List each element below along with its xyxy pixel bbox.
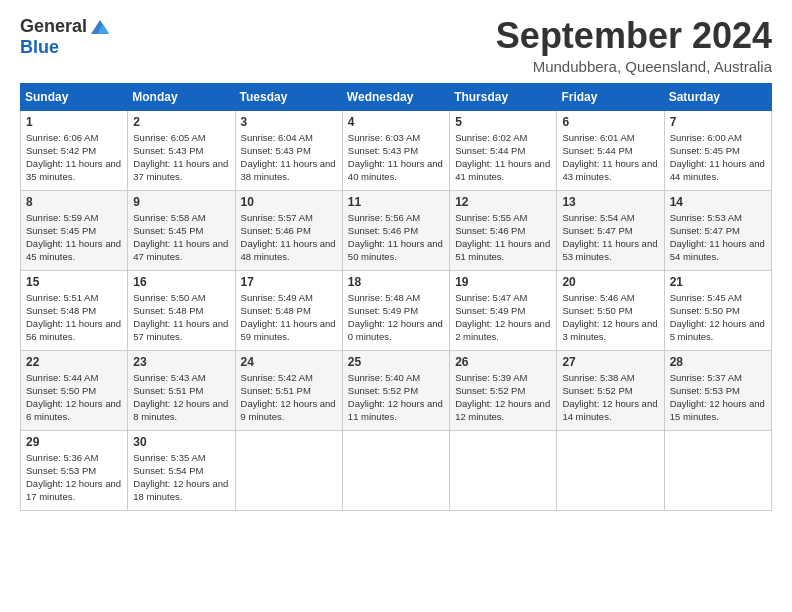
empty-cell xyxy=(235,430,342,510)
day-cell: 25Sunrise: 5:40 AMSunset: 5:52 PMDayligh… xyxy=(342,350,449,430)
day-cell: 1Sunrise: 6:06 AMSunset: 5:42 PMDaylight… xyxy=(21,110,128,190)
day-number: 16 xyxy=(133,275,229,289)
day-cell: 4Sunrise: 6:03 AMSunset: 5:43 PMDaylight… xyxy=(342,110,449,190)
day-number: 25 xyxy=(348,355,444,369)
day-cell: 22Sunrise: 5:44 AMSunset: 5:50 PMDayligh… xyxy=(21,350,128,430)
weekday-header-wednesday: Wednesday xyxy=(342,83,449,110)
day-cell: 7Sunrise: 6:00 AMSunset: 5:45 PMDaylight… xyxy=(664,110,771,190)
day-cell: 8Sunrise: 5:59 AMSunset: 5:45 PMDaylight… xyxy=(21,190,128,270)
day-cell: 12Sunrise: 5:55 AMSunset: 5:46 PMDayligh… xyxy=(450,190,557,270)
title-area: September 2024 Mundubbera, Queensland, A… xyxy=(496,16,772,75)
calendar-week-row: 29Sunrise: 5:36 AMSunset: 5:53 PMDayligh… xyxy=(21,430,772,510)
empty-cell xyxy=(557,430,664,510)
logo-general: General xyxy=(20,17,87,37)
day-cell: 17Sunrise: 5:49 AMSunset: 5:48 PMDayligh… xyxy=(235,270,342,350)
day-number: 23 xyxy=(133,355,229,369)
day-cell: 24Sunrise: 5:42 AMSunset: 5:51 PMDayligh… xyxy=(235,350,342,430)
day-number: 7 xyxy=(670,115,766,129)
day-cell: 18Sunrise: 5:48 AMSunset: 5:49 PMDayligh… xyxy=(342,270,449,350)
day-cell: 15Sunrise: 5:51 AMSunset: 5:48 PMDayligh… xyxy=(21,270,128,350)
day-info: Sunrise: 5:48 AMSunset: 5:49 PMDaylight:… xyxy=(348,292,443,343)
day-info: Sunrise: 5:58 AMSunset: 5:45 PMDaylight:… xyxy=(133,212,228,263)
day-number: 22 xyxy=(26,355,122,369)
day-cell: 11Sunrise: 5:56 AMSunset: 5:46 PMDayligh… xyxy=(342,190,449,270)
day-info: Sunrise: 5:57 AMSunset: 5:46 PMDaylight:… xyxy=(241,212,336,263)
day-number: 12 xyxy=(455,195,551,209)
day-info: Sunrise: 5:39 AMSunset: 5:52 PMDaylight:… xyxy=(455,372,550,423)
month-title: September 2024 xyxy=(496,16,772,56)
day-cell: 28Sunrise: 5:37 AMSunset: 5:53 PMDayligh… xyxy=(664,350,771,430)
day-info: Sunrise: 6:05 AMSunset: 5:43 PMDaylight:… xyxy=(133,132,228,183)
day-cell: 27Sunrise: 5:38 AMSunset: 5:52 PMDayligh… xyxy=(557,350,664,430)
day-cell: 16Sunrise: 5:50 AMSunset: 5:48 PMDayligh… xyxy=(128,270,235,350)
calendar-table: SundayMondayTuesdayWednesdayThursdayFrid… xyxy=(20,83,772,511)
day-cell: 26Sunrise: 5:39 AMSunset: 5:52 PMDayligh… xyxy=(450,350,557,430)
weekday-header-saturday: Saturday xyxy=(664,83,771,110)
day-number: 4 xyxy=(348,115,444,129)
day-cell: 29Sunrise: 5:36 AMSunset: 5:53 PMDayligh… xyxy=(21,430,128,510)
day-info: Sunrise: 5:49 AMSunset: 5:48 PMDaylight:… xyxy=(241,292,336,343)
day-info: Sunrise: 5:44 AMSunset: 5:50 PMDaylight:… xyxy=(26,372,121,423)
day-cell: 14Sunrise: 5:53 AMSunset: 5:47 PMDayligh… xyxy=(664,190,771,270)
day-number: 8 xyxy=(26,195,122,209)
day-number: 20 xyxy=(562,275,658,289)
weekday-header-monday: Monday xyxy=(128,83,235,110)
day-number: 19 xyxy=(455,275,551,289)
logo-icon xyxy=(89,16,111,38)
day-info: Sunrise: 5:56 AMSunset: 5:46 PMDaylight:… xyxy=(348,212,443,263)
calendar-week-row: 1Sunrise: 6:06 AMSunset: 5:42 PMDaylight… xyxy=(21,110,772,190)
calendar-week-row: 8Sunrise: 5:59 AMSunset: 5:45 PMDaylight… xyxy=(21,190,772,270)
day-info: Sunrise: 5:36 AMSunset: 5:53 PMDaylight:… xyxy=(26,452,121,503)
day-number: 11 xyxy=(348,195,444,209)
day-number: 9 xyxy=(133,195,229,209)
day-info: Sunrise: 6:04 AMSunset: 5:43 PMDaylight:… xyxy=(241,132,336,183)
day-number: 17 xyxy=(241,275,337,289)
day-number: 21 xyxy=(670,275,766,289)
day-info: Sunrise: 6:06 AMSunset: 5:42 PMDaylight:… xyxy=(26,132,121,183)
day-info: Sunrise: 5:45 AMSunset: 5:50 PMDaylight:… xyxy=(670,292,765,343)
day-number: 18 xyxy=(348,275,444,289)
day-info: Sunrise: 6:00 AMSunset: 5:45 PMDaylight:… xyxy=(670,132,765,183)
day-number: 13 xyxy=(562,195,658,209)
day-number: 14 xyxy=(670,195,766,209)
day-info: Sunrise: 5:55 AMSunset: 5:46 PMDaylight:… xyxy=(455,212,550,263)
empty-cell xyxy=(664,430,771,510)
day-cell: 23Sunrise: 5:43 AMSunset: 5:51 PMDayligh… xyxy=(128,350,235,430)
day-number: 28 xyxy=(670,355,766,369)
day-number: 27 xyxy=(562,355,658,369)
empty-cell xyxy=(450,430,557,510)
empty-cell xyxy=(342,430,449,510)
header: General Blue September 2024 Mundubbera, … xyxy=(20,16,772,75)
day-cell: 21Sunrise: 5:45 AMSunset: 5:50 PMDayligh… xyxy=(664,270,771,350)
day-number: 6 xyxy=(562,115,658,129)
day-info: Sunrise: 5:46 AMSunset: 5:50 PMDaylight:… xyxy=(562,292,657,343)
day-number: 15 xyxy=(26,275,122,289)
day-number: 26 xyxy=(455,355,551,369)
weekday-header-thursday: Thursday xyxy=(450,83,557,110)
day-info: Sunrise: 5:54 AMSunset: 5:47 PMDaylight:… xyxy=(562,212,657,263)
location-title: Mundubbera, Queensland, Australia xyxy=(496,58,772,75)
weekday-header-friday: Friday xyxy=(557,83,664,110)
day-info: Sunrise: 5:37 AMSunset: 5:53 PMDaylight:… xyxy=(670,372,765,423)
day-info: Sunrise: 5:53 AMSunset: 5:47 PMDaylight:… xyxy=(670,212,765,263)
day-number: 2 xyxy=(133,115,229,129)
day-info: Sunrise: 5:40 AMSunset: 5:52 PMDaylight:… xyxy=(348,372,443,423)
day-info: Sunrise: 5:47 AMSunset: 5:49 PMDaylight:… xyxy=(455,292,550,343)
day-number: 29 xyxy=(26,435,122,449)
day-info: Sunrise: 6:02 AMSunset: 5:44 PMDaylight:… xyxy=(455,132,550,183)
day-info: Sunrise: 6:01 AMSunset: 5:44 PMDaylight:… xyxy=(562,132,657,183)
day-cell: 9Sunrise: 5:58 AMSunset: 5:45 PMDaylight… xyxy=(128,190,235,270)
day-info: Sunrise: 5:35 AMSunset: 5:54 PMDaylight:… xyxy=(133,452,228,503)
day-cell: 30Sunrise: 5:35 AMSunset: 5:54 PMDayligh… xyxy=(128,430,235,510)
day-cell: 13Sunrise: 5:54 AMSunset: 5:47 PMDayligh… xyxy=(557,190,664,270)
day-info: Sunrise: 5:38 AMSunset: 5:52 PMDaylight:… xyxy=(562,372,657,423)
day-number: 5 xyxy=(455,115,551,129)
day-number: 30 xyxy=(133,435,229,449)
day-number: 3 xyxy=(241,115,337,129)
calendar-week-row: 22Sunrise: 5:44 AMSunset: 5:50 PMDayligh… xyxy=(21,350,772,430)
day-cell: 20Sunrise: 5:46 AMSunset: 5:50 PMDayligh… xyxy=(557,270,664,350)
day-cell: 5Sunrise: 6:02 AMSunset: 5:44 PMDaylight… xyxy=(450,110,557,190)
day-cell: 3Sunrise: 6:04 AMSunset: 5:43 PMDaylight… xyxy=(235,110,342,190)
logo: General Blue xyxy=(20,16,111,58)
day-info: Sunrise: 5:43 AMSunset: 5:51 PMDaylight:… xyxy=(133,372,228,423)
